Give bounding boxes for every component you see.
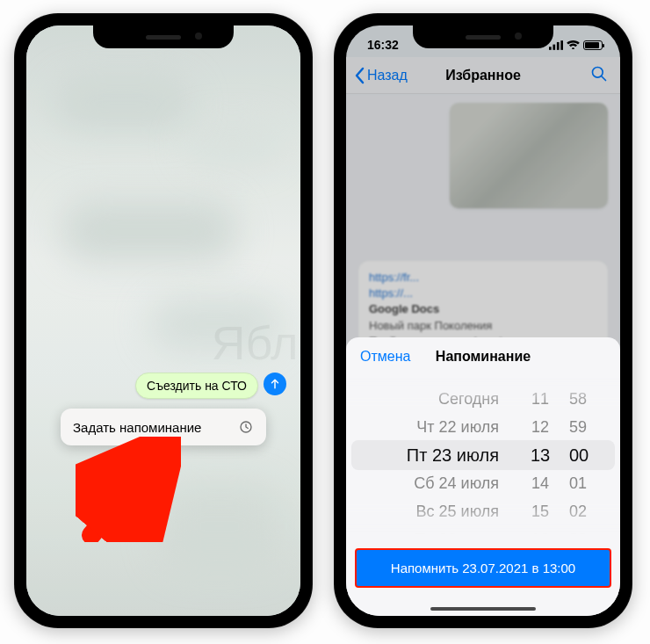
arrow-up-icon — [269, 378, 281, 390]
picker-hour-column[interactable]: 10111213141516 — [515, 376, 566, 534]
picker-item[interactable]: Пт 23 июля — [407, 444, 499, 467]
picker-item[interactable]: 12 — [531, 416, 549, 438]
home-indicator — [430, 607, 536, 611]
submit-reminder-button[interactable]: Напомнить 23.07.2021 в 13:00 — [355, 548, 611, 588]
picker-item[interactable]: 15 — [531, 500, 549, 523]
picker-item[interactable]: Чт 22 июля — [416, 416, 499, 438]
picker-item[interactable]: Вс 25 июля — [416, 500, 499, 523]
picker-item[interactable]: 11 — [531, 387, 549, 410]
cancel-button[interactable]: Отмена — [360, 349, 410, 365]
reminder-button-label: Задать напоминание — [73, 420, 201, 435]
picker-item[interactable]: Сб 24 июля — [414, 472, 499, 495]
screen-left: Яблык Съездить на СТО Задать напоминание — [26, 25, 300, 616]
picker-date-column[interactable]: Вт 20 июляСегодняЧт 22 июляПт 23 июляСб … — [346, 376, 515, 534]
phone-right: 16:32 Назад Избранное https://fr... http… — [334, 13, 632, 628]
picker-item[interactable]: 58 — [569, 387, 587, 410]
picker-item[interactable]: Пн 26 июля — [415, 528, 499, 534]
picker-item[interactable]: 14 — [531, 472, 549, 495]
picker-item[interactable]: Вт 20 июля — [417, 376, 499, 382]
picker-item[interactable]: 03 — [569, 528, 587, 534]
clock-icon — [238, 419, 254, 435]
picker-item[interactable]: 01 — [569, 472, 587, 495]
annotation-arrow — [76, 437, 181, 542]
datetime-picker[interactable]: Вт 20 июляСегодняЧт 22 июляПт 23 июляСб … — [346, 376, 620, 534]
reminder-sheet: Отмена Напоминание Вт 20 июляСегодняЧт 2… — [346, 337, 620, 616]
picker-item[interactable]: 59 — [569, 416, 587, 438]
picker-item[interactable]: 16 — [531, 528, 549, 534]
phone-left: Яблык Съездить на СТО Задать напоминание — [14, 13, 313, 628]
picker-item[interactable]: 57 — [569, 376, 587, 382]
svg-line-1 — [91, 458, 156, 535]
watermark-text: Яблык — [212, 315, 300, 370]
sheet-header: Отмена Напоминание — [346, 337, 620, 376]
screen-right: 16:32 Назад Избранное https://fr... http… — [346, 25, 620, 616]
picker-item[interactable]: 02 — [569, 500, 587, 523]
picker-item[interactable]: Сегодня — [438, 387, 499, 410]
notch — [413, 25, 553, 48]
picker-item[interactable]: 10 — [531, 376, 549, 382]
notch — [93, 25, 234, 48]
picker-item[interactable]: 13 — [531, 444, 550, 467]
outgoing-message[interactable]: Съездить на СТО — [135, 373, 258, 399]
send-button[interactable] — [264, 373, 286, 395]
picker-item[interactable]: 00 — [569, 444, 589, 467]
sheet-title: Напоминание — [436, 349, 531, 365]
picker-minute-column[interactable]: 57585900010203 — [566, 376, 620, 534]
